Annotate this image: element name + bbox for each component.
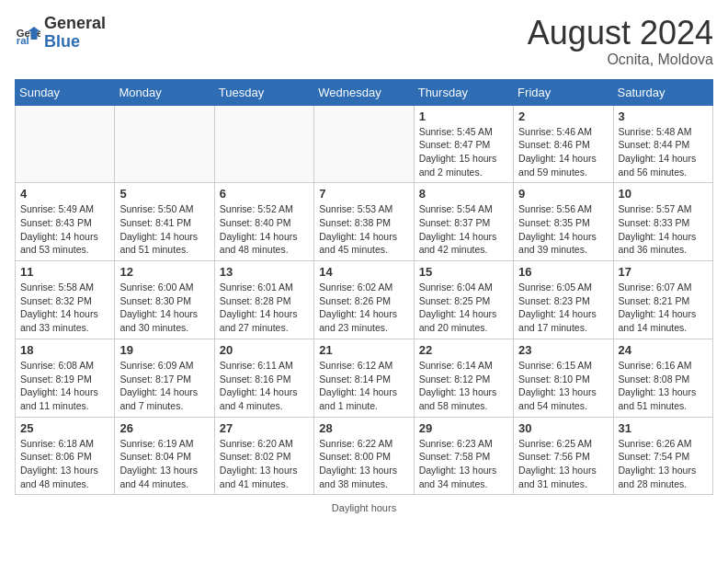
weekday-tuesday: Tuesday bbox=[214, 79, 313, 105]
day-number: 8 bbox=[419, 187, 508, 201]
day-number: 28 bbox=[319, 421, 408, 435]
logo-general: General bbox=[44, 14, 106, 32]
month-year: August 2024 bbox=[528, 15, 713, 52]
day-number: 15 bbox=[419, 265, 508, 279]
calendar-table: SundayMondayTuesdayWednesdayThursdayFrid… bbox=[15, 79, 713, 496]
weekday-wednesday: Wednesday bbox=[314, 79, 414, 105]
calendar-cell: 10Sunrise: 5:57 AM Sunset: 8:33 PM Dayli… bbox=[613, 183, 712, 261]
day-number: 30 bbox=[518, 421, 608, 435]
calendar-cell: 9Sunrise: 5:56 AM Sunset: 8:35 PM Daylig… bbox=[514, 183, 613, 261]
calendar-cell: 16Sunrise: 6:05 AM Sunset: 8:23 PM Dayli… bbox=[514, 261, 613, 339]
day-info: Sunrise: 5:58 AM Sunset: 8:32 PM Dayligh… bbox=[20, 281, 109, 335]
day-info: Sunrise: 5:48 AM Sunset: 8:44 PM Dayligh… bbox=[619, 125, 708, 179]
day-number: 11 bbox=[20, 265, 109, 279]
day-number: 14 bbox=[319, 265, 408, 279]
calendar-week-1: 1Sunrise: 5:45 AM Sunset: 8:47 PM Daylig… bbox=[16, 105, 713, 183]
calendar-cell: 25Sunrise: 6:18 AM Sunset: 8:06 PM Dayli… bbox=[16, 417, 115, 495]
day-info: Sunrise: 6:15 AM Sunset: 8:10 PM Dayligh… bbox=[518, 359, 608, 413]
location: Ocnita, Moldova bbox=[528, 52, 713, 68]
day-info: Sunrise: 6:04 AM Sunset: 8:25 PM Dayligh… bbox=[419, 281, 508, 335]
day-number: 9 bbox=[518, 187, 608, 201]
day-info: Sunrise: 6:16 AM Sunset: 8:08 PM Dayligh… bbox=[619, 359, 708, 413]
day-info: Sunrise: 5:50 AM Sunset: 8:41 PM Dayligh… bbox=[119, 202, 209, 257]
calendar-cell bbox=[16, 105, 115, 183]
calendar-cell: 18Sunrise: 6:08 AM Sunset: 8:19 PM Dayli… bbox=[16, 339, 115, 417]
day-number: 23 bbox=[518, 343, 608, 357]
calendar-cell: 30Sunrise: 6:25 AM Sunset: 7:56 PM Dayli… bbox=[514, 417, 613, 495]
day-info: Sunrise: 5:54 AM Sunset: 8:37 PM Dayligh… bbox=[419, 202, 508, 257]
day-number: 24 bbox=[619, 343, 708, 357]
logo-text: General Blue bbox=[44, 15, 106, 52]
day-number: 1 bbox=[419, 109, 508, 123]
day-number: 19 bbox=[119, 343, 209, 357]
calendar-cell: 6Sunrise: 5:52 AM Sunset: 8:40 PM Daylig… bbox=[214, 183, 313, 261]
day-number: 16 bbox=[518, 265, 608, 279]
day-info: Sunrise: 6:23 AM Sunset: 7:58 PM Dayligh… bbox=[419, 437, 508, 491]
day-info: Sunrise: 6:02 AM Sunset: 8:26 PM Dayligh… bbox=[319, 281, 408, 335]
calendar-cell: 14Sunrise: 6:02 AM Sunset: 8:26 PM Dayli… bbox=[314, 261, 414, 339]
weekday-friday: Friday bbox=[514, 79, 613, 105]
calendar-cell: 26Sunrise: 6:19 AM Sunset: 8:04 PM Dayli… bbox=[115, 417, 214, 495]
calendar-cell: 29Sunrise: 6:23 AM Sunset: 7:58 PM Dayli… bbox=[414, 417, 513, 495]
calendar-cell: 12Sunrise: 6:00 AM Sunset: 8:30 PM Dayli… bbox=[115, 261, 214, 339]
day-number: 26 bbox=[119, 421, 209, 435]
calendar-cell: 20Sunrise: 6:11 AM Sunset: 8:16 PM Dayli… bbox=[214, 339, 313, 417]
day-info: Sunrise: 5:53 AM Sunset: 8:38 PM Dayligh… bbox=[319, 202, 408, 257]
day-info: Sunrise: 6:20 AM Sunset: 8:02 PM Dayligh… bbox=[220, 437, 309, 491]
calendar-cell: 1Sunrise: 5:45 AM Sunset: 8:47 PM Daylig… bbox=[414, 105, 513, 183]
day-info: Sunrise: 6:00 AM Sunset: 8:30 PM Dayligh… bbox=[119, 281, 209, 335]
calendar-week-2: 4Sunrise: 5:49 AM Sunset: 8:43 PM Daylig… bbox=[16, 183, 713, 261]
day-info: Sunrise: 5:45 AM Sunset: 8:47 PM Dayligh… bbox=[419, 125, 508, 179]
footer-note: Daylight hours bbox=[15, 502, 713, 513]
day-number: 18 bbox=[20, 343, 109, 357]
day-info: Sunrise: 6:14 AM Sunset: 8:12 PM Dayligh… bbox=[419, 359, 508, 413]
day-number: 25 bbox=[20, 421, 109, 435]
weekday-sunday: Sunday bbox=[16, 79, 115, 105]
day-number: 20 bbox=[220, 343, 309, 357]
calendar-cell: 15Sunrise: 6:04 AM Sunset: 8:25 PM Dayli… bbox=[414, 261, 513, 339]
day-info: Sunrise: 6:19 AM Sunset: 8:04 PM Dayligh… bbox=[119, 437, 209, 491]
daylight-label: Daylight hours bbox=[332, 502, 396, 513]
svg-text:ral: ral bbox=[17, 35, 29, 46]
day-info: Sunrise: 6:07 AM Sunset: 8:21 PM Dayligh… bbox=[619, 281, 708, 335]
day-info: Sunrise: 6:12 AM Sunset: 8:14 PM Dayligh… bbox=[319, 359, 408, 413]
calendar-cell: 22Sunrise: 6:14 AM Sunset: 8:12 PM Dayli… bbox=[414, 339, 513, 417]
day-number: 12 bbox=[119, 265, 209, 279]
day-info: Sunrise: 6:05 AM Sunset: 8:23 PM Dayligh… bbox=[518, 281, 608, 335]
day-info: Sunrise: 5:46 AM Sunset: 8:46 PM Dayligh… bbox=[518, 125, 608, 179]
day-info: Sunrise: 5:52 AM Sunset: 8:40 PM Dayligh… bbox=[220, 202, 309, 257]
weekday-monday: Monday bbox=[115, 79, 214, 105]
calendar-cell: 31Sunrise: 6:26 AM Sunset: 7:54 PM Dayli… bbox=[613, 417, 712, 495]
page-header: Gene ral General Blue August 2024 Ocnita… bbox=[15, 15, 713, 68]
day-info: Sunrise: 6:01 AM Sunset: 8:28 PM Dayligh… bbox=[220, 281, 309, 335]
calendar-cell: 28Sunrise: 6:22 AM Sunset: 8:00 PM Dayli… bbox=[314, 417, 414, 495]
day-info: Sunrise: 6:22 AM Sunset: 8:00 PM Dayligh… bbox=[319, 437, 408, 491]
weekday-thursday: Thursday bbox=[414, 79, 513, 105]
calendar-cell: 5Sunrise: 5:50 AM Sunset: 8:41 PM Daylig… bbox=[115, 183, 214, 261]
day-number: 7 bbox=[319, 187, 408, 201]
day-info: Sunrise: 5:57 AM Sunset: 8:33 PM Dayligh… bbox=[619, 202, 708, 257]
day-number: 13 bbox=[220, 265, 309, 279]
calendar-cell bbox=[314, 105, 414, 183]
calendar-cell: 8Sunrise: 5:54 AM Sunset: 8:37 PM Daylig… bbox=[414, 183, 513, 261]
calendar-cell bbox=[115, 105, 214, 183]
calendar-cell: 11Sunrise: 5:58 AM Sunset: 8:32 PM Dayli… bbox=[16, 261, 115, 339]
logo-icon: Gene ral bbox=[15, 20, 40, 46]
calendar-cell: 23Sunrise: 6:15 AM Sunset: 8:10 PM Dayli… bbox=[514, 339, 613, 417]
logo: Gene ral General Blue bbox=[15, 15, 106, 52]
weekday-header-row: SundayMondayTuesdayWednesdayThursdayFrid… bbox=[16, 79, 713, 105]
day-number: 10 bbox=[619, 187, 708, 201]
day-number: 4 bbox=[20, 187, 109, 201]
day-info: Sunrise: 6:18 AM Sunset: 8:06 PM Dayligh… bbox=[20, 437, 109, 491]
calendar-cell: 3Sunrise: 5:48 AM Sunset: 8:44 PM Daylig… bbox=[613, 105, 712, 183]
day-number: 3 bbox=[619, 109, 708, 123]
calendar-cell: 7Sunrise: 5:53 AM Sunset: 8:38 PM Daylig… bbox=[314, 183, 414, 261]
day-number: 17 bbox=[619, 265, 708, 279]
calendar-cell: 4Sunrise: 5:49 AM Sunset: 8:43 PM Daylig… bbox=[16, 183, 115, 261]
weekday-saturday: Saturday bbox=[613, 79, 712, 105]
calendar-week-5: 25Sunrise: 6:18 AM Sunset: 8:06 PM Dayli… bbox=[16, 417, 713, 495]
day-info: Sunrise: 6:25 AM Sunset: 7:56 PM Dayligh… bbox=[518, 437, 608, 491]
day-number: 29 bbox=[419, 421, 508, 435]
calendar-cell: 21Sunrise: 6:12 AM Sunset: 8:14 PM Dayli… bbox=[314, 339, 414, 417]
day-info: Sunrise: 6:26 AM Sunset: 7:54 PM Dayligh… bbox=[619, 437, 708, 491]
